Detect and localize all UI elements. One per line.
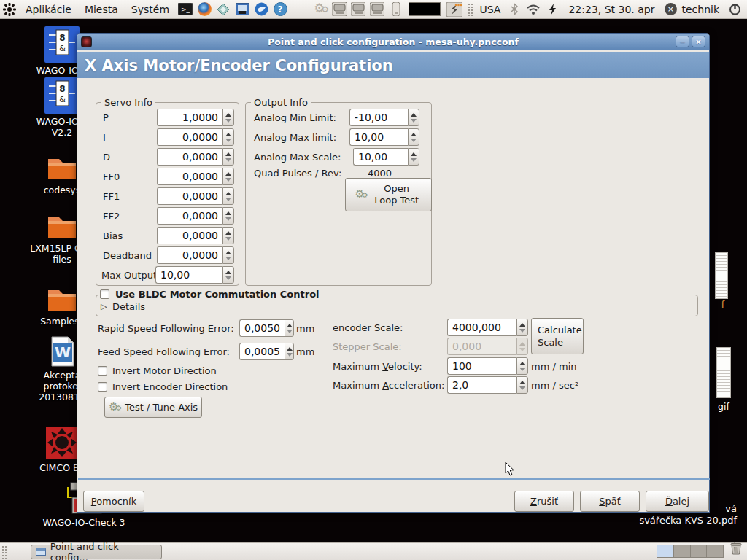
spin-buttons[interactable]: [408, 128, 419, 146]
rapid-following-error-spinbox[interactable]: 0,0050: [239, 319, 294, 337]
menu-applications[interactable]: Aplikácie: [19, 0, 78, 19]
workspace-3[interactable]: [691, 545, 708, 557]
bluetooth-icon[interactable]: [507, 2, 522, 17]
details-expander-label[interactable]: Details: [112, 301, 145, 312]
task-button-pncconf[interactable]: Point and click config...: [31, 545, 162, 559]
servo-d-label: D: [103, 152, 110, 163]
gears-tray-icon: ⚙⚙: [314, 1, 329, 15]
drive-mount-icon[interactable]: [351, 2, 365, 17]
image-thumbnail-icon[interactable]: [715, 252, 728, 299]
help-launcher-icon[interactable]: ?: [273, 2, 287, 17]
window-titlebar[interactable]: Point and click configuration - mesa-uhy…: [77, 34, 709, 50]
feed-following-error-spinbox[interactable]: 0,0005: [239, 343, 294, 360]
feed-following-error-unit: mm: [296, 346, 314, 357]
dia-launcher-icon[interactable]: [216, 2, 231, 17]
back-button[interactable]: Späť: [580, 491, 640, 512]
spin-buttons[interactable]: [408, 148, 419, 166]
close-button[interactable]: ×: [692, 36, 705, 47]
window-task-icon: [36, 548, 46, 556]
spin-buttons[interactable]: [516, 357, 528, 375]
servo-ff2-spinbox[interactable]: 0,0000: [157, 207, 234, 225]
minimize-button[interactable]: −: [676, 36, 689, 47]
maximum-acceleration-unit: mm / sec²: [531, 380, 578, 391]
open-loop-test-button[interactable]: ⚙⚙ Open Loop Test: [345, 178, 432, 211]
analog-min-limit-label: Analog Min Limit:: [254, 112, 336, 123]
power-status-icon[interactable]: [545, 2, 560, 17]
workspace-2[interactable]: [674, 545, 691, 557]
workspace-4[interactable]: [707, 545, 723, 557]
spin-buttons[interactable]: [222, 207, 234, 225]
keyboard-layout-indicator[interactable]: USA: [475, 0, 505, 19]
screenshot-launcher-icon[interactable]: [235, 2, 249, 17]
menu-places[interactable]: Miesta: [78, 0, 125, 19]
usb-stick-icon[interactable]: [389, 2, 403, 17]
servo-p-spinbox[interactable]: 1,0000: [157, 109, 234, 126]
image-thumbnail-icon[interactable]: [716, 347, 731, 398]
svg-text:8: 8: [59, 33, 65, 43]
servo-bias-spinbox[interactable]: 0,0000: [157, 227, 234, 244]
drive-mount-icon[interactable]: [332, 2, 347, 17]
svg-text:&: &: [59, 44, 66, 53]
servo-i-spinbox[interactable]: 0,0000: [157, 128, 234, 146]
spin-buttons[interactable]: [222, 266, 234, 284]
help-button[interactable]: Pomocník: [83, 491, 144, 512]
shutdown-icon[interactable]: [727, 2, 742, 17]
invert-encoder-checkbox[interactable]: [98, 382, 107, 392]
workspace-switcher[interactable]: [657, 545, 724, 558]
spin-buttons[interactable]: [285, 319, 294, 337]
app-tray-icon[interactable]: [446, 2, 463, 17]
desktop-icon-label: WAGO-IO-Check 3: [29, 517, 139, 528]
servo-maxoutput-spinbox[interactable]: 10,00: [155, 266, 234, 284]
output-info-title: Output Info: [251, 97, 311, 108]
analog-max-limit-spinbox[interactable]: 10,00: [349, 128, 419, 146]
user-menu[interactable]: technik: [680, 0, 725, 19]
test-tune-axis-button[interactable]: ⚙⚙ Test / Tune Axis: [104, 397, 202, 418]
spin-buttons[interactable]: [222, 109, 234, 126]
spin-buttons[interactable]: [222, 187, 234, 205]
spin-buttons[interactable]: [222, 128, 234, 146]
invert-motor-checkbox[interactable]: [98, 366, 107, 376]
calculate-scale-button[interactable]: Calculate Scale: [531, 318, 584, 354]
spin-buttons[interactable]: [285, 343, 294, 360]
spin-buttons[interactable]: [222, 246, 234, 264]
spin-buttons[interactable]: [516, 319, 528, 336]
analog-max-scale-spinbox[interactable]: 10,00: [353, 148, 419, 166]
servo-deadband-spinbox[interactable]: 0,0000: [157, 246, 234, 264]
clock[interactable]: 22:23, St 30. apr: [562, 0, 661, 19]
spin-buttons[interactable]: [222, 168, 234, 185]
cancel-button[interactable]: Zrušiť: [514, 491, 574, 512]
tray-grip[interactable]: [468, 3, 473, 16]
workspace-1[interactable]: [657, 545, 674, 557]
servo-ff0-spinbox[interactable]: 0,0000: [157, 168, 234, 185]
servo-d-spinbox[interactable]: 0,0000: [157, 148, 234, 166]
display-tray-icon[interactable]: [408, 2, 441, 17]
taskbar-grip[interactable]: [1, 545, 7, 559]
spin-buttons[interactable]: [408, 109, 419, 126]
gears-icon: ⚙⚙: [355, 190, 368, 200]
encoder-scale-spinbox[interactable]: 4000,000: [447, 319, 528, 336]
next-button[interactable]: Ďalej: [646, 491, 709, 512]
bldc-checkbox[interactable]: [100, 289, 109, 299]
user-status-icon[interactable]: ×: [663, 2, 678, 17]
thunderbird-launcher-icon[interactable]: [254, 2, 268, 17]
applications-menu-icon[interactable]: [2, 2, 17, 17]
invert-motor-label[interactable]: Invert Motor Direction: [112, 365, 217, 376]
spin-buttons[interactable]: [516, 376, 528, 394]
wifi-icon[interactable]: [526, 2, 541, 17]
firefox-launcher-icon[interactable]: [197, 2, 212, 17]
servo-ff1-spinbox[interactable]: 0,0000: [157, 187, 234, 205]
servo-deadband-label: Deadband: [103, 250, 152, 261]
spin-buttons[interactable]: [222, 148, 234, 166]
page-header: X Axis Motor/Encoder Configuration: [77, 52, 709, 78]
drive-mount-icon[interactable]: [370, 2, 384, 17]
trash-icon[interactable]: [728, 541, 744, 559]
details-expander-arrow[interactable]: ▷: [101, 302, 107, 311]
bldc-checkbox-label[interactable]: Use BLDC Motor Commutation Control: [112, 289, 322, 300]
invert-encoder-label[interactable]: Invert Encoder Direction: [112, 381, 228, 392]
spin-buttons[interactable]: [222, 227, 234, 244]
menu-system[interactable]: Systém: [125, 0, 176, 19]
maximum-acceleration-spinbox[interactable]: 2,0: [447, 376, 528, 394]
terminal-launcher-icon[interactable]: >_: [178, 2, 193, 17]
maximum-velocity-spinbox[interactable]: 100: [447, 357, 528, 375]
analog-min-limit-spinbox[interactable]: -10,00: [349, 109, 419, 126]
